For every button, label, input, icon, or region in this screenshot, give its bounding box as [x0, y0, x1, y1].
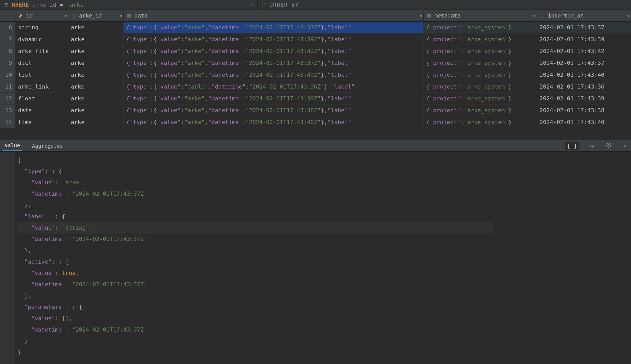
detail-tabs: Value Aggregates { } ✕: [0, 140, 631, 152]
row-number: 8: [0, 45, 15, 57]
table-row[interactable]: 12floatarke{"type": {"value": "arke", "d…: [0, 93, 631, 105]
cell-data[interactable]: {"type": {"value": "arke", "datetime": "…: [124, 22, 424, 33]
cell-inserted-at[interactable]: 2024-02-01 17:43:36: [537, 81, 631, 92]
json-viewer[interactable]: { "type": : { "value": "arke", "datetime…: [15, 152, 497, 364]
cell-data[interactable]: {"type": {"value": "table", "datetime": …: [124, 81, 424, 92]
cell-arke-id[interactable]: arke: [68, 33, 124, 45]
column-icon: [71, 13, 76, 19]
cell-id[interactable]: float: [15, 93, 68, 104]
cell-id[interactable]: arke_link: [15, 81, 68, 92]
cell-data[interactable]: {"type": {"value": "arke", "datetime": "…: [124, 93, 424, 104]
cell-metadata[interactable]: {"project": "arke_system"}: [424, 116, 537, 128]
cell-metadata[interactable]: {"project": "arke_system"}: [424, 45, 537, 57]
row-number: 7: [0, 33, 15, 45]
cell-inserted-at[interactable]: 2024-02-01 17:43:37: [537, 22, 631, 33]
cell-arke-id[interactable]: arke: [68, 57, 124, 69]
sort-indicator-icon: ◆: [627, 13, 629, 18]
column-header-data[interactable]: data ◆: [124, 10, 424, 21]
svg-rect-5: [430, 14, 431, 17]
json-line: "label": : {: [18, 211, 493, 222]
cell-metadata[interactable]: {"project": "arke_system"}: [424, 22, 537, 33]
cell-inserted-at[interactable]: 2024-02-01 17:43:40: [537, 116, 631, 128]
cell-id[interactable]: dynamic: [15, 33, 68, 45]
table-row[interactable]: 14timearke{"type": {"value": "arke", "da…: [0, 116, 631, 128]
table-row[interactable]: 11arke_linkarke{"type": {"value": "table…: [0, 81, 631, 93]
json-line: "datetime": "2024-02-01T17:43:37Z": [18, 233, 493, 245]
order-by-filter[interactable]: ORDER BY: [258, 0, 631, 10]
json-line: "value": true,: [18, 267, 493, 279]
cell-id[interactable]: dict: [15, 57, 68, 69]
column-icon: [426, 13, 432, 19]
cell-data[interactable]: {"type": {"value": "arke", "datetime": "…: [124, 116, 424, 128]
gear-icon[interactable]: [604, 142, 613, 150]
svg-rect-6: [541, 14, 542, 17]
svg-rect-3: [130, 14, 131, 17]
cell-arke-id[interactable]: arke: [68, 116, 124, 128]
json-line: "parameters": : {: [18, 301, 493, 313]
cell-inserted-at[interactable]: 2024-02-01 17:43:40: [537, 69, 631, 81]
json-line: "datetime": "2024-02-01T17:43:37Z": [18, 188, 493, 200]
cell-arke-id[interactable]: arke: [68, 105, 124, 116]
cell-inserted-at[interactable]: 2024-02-01 17:43:39: [537, 33, 631, 45]
cell-arke-id[interactable]: arke: [68, 81, 124, 92]
sort-indicator-icon: ◆: [64, 13, 66, 18]
column-header-inserted-at[interactable]: inserted_at ◆: [537, 10, 631, 21]
cell-inserted-at[interactable]: 2024-02-01 17:43:42: [537, 45, 631, 57]
column-label: inserted_at: [548, 13, 584, 19]
cell-data[interactable]: {"type": {"value": "arke", "datetime": "…: [124, 45, 424, 57]
cell-arke-id[interactable]: arke: [68, 45, 124, 57]
cell-inserted-at[interactable]: 2024-02-01 17:43:38: [537, 105, 631, 116]
row-number: 12: [0, 93, 15, 104]
table-row[interactable]: 9dictarke{"type": {"value": "arke", "dat…: [0, 57, 631, 69]
cell-metadata[interactable]: {"project": "arke_system"}: [424, 33, 537, 45]
cell-metadata[interactable]: {"project": "arke_system"}: [424, 69, 537, 81]
primary-key-icon: [18, 13, 24, 19]
svg-rect-2: [127, 14, 129, 17]
cell-inserted-at[interactable]: 2024-02-01 17:43:39: [537, 93, 631, 104]
wrap-lines-icon[interactable]: [587, 142, 596, 150]
cell-inserted-at[interactable]: 2024-02-01 17:43:37: [537, 57, 631, 69]
close-icon[interactable]: ✕: [621, 142, 628, 150]
column-header-metadata[interactable]: metadata ◆: [424, 10, 537, 21]
column-header-id[interactable]: id ◆: [15, 10, 68, 21]
column-icon: [126, 13, 132, 19]
tab-value[interactable]: Value: [3, 141, 22, 151]
cell-data[interactable]: {"type": {"value": "arke", "datetime": "…: [124, 69, 424, 81]
json-line: },: [18, 290, 493, 301]
tab-aggregates[interactable]: Aggregates: [30, 141, 65, 151]
clear-filter-icon[interactable]: ×: [251, 2, 254, 8]
results-table: id ◆ arke_id ◆ data ◆ metadata ◆: [0, 10, 631, 128]
cell-id[interactable]: date: [15, 105, 68, 116]
cell-id[interactable]: time: [15, 116, 68, 128]
cell-data[interactable]: {"type": {"value": "arke", "datetime": "…: [124, 33, 424, 45]
json-line: {: [18, 154, 493, 166]
table-row[interactable]: 8arke_filearke{"type": {"value": "arke",…: [0, 45, 631, 57]
where-filter[interactable]: WHERE arke_id = 'arke' ×: [0, 0, 258, 10]
cell-metadata[interactable]: {"project": "arke_system"}: [424, 93, 537, 104]
cell-id[interactable]: arke_file: [15, 45, 68, 57]
row-number: 14: [0, 116, 15, 128]
cell-metadata[interactable]: {"project": "arke_system"}: [424, 105, 537, 116]
cell-arke-id[interactable]: arke: [68, 69, 124, 81]
column-header-arke-id[interactable]: arke_id ◆: [68, 10, 124, 21]
row-number-header[interactable]: [0, 10, 15, 21]
table-row[interactable]: 10listarke{"type": {"value": "arke", "da…: [0, 69, 631, 81]
json-line: },: [18, 200, 493, 211]
column-label: arke_id: [79, 13, 102, 19]
cell-id[interactable]: string: [15, 22, 68, 33]
cell-id[interactable]: list: [15, 69, 68, 81]
table-row[interactable]: 7dynamicarke{"type": {"value": "arke", "…: [0, 33, 631, 45]
cell-arke-id[interactable]: arke: [68, 93, 124, 104]
table-row[interactable]: 6stringarke{"type": {"value": "arke", "d…: [0, 22, 631, 33]
cell-data[interactable]: {"type": {"value": "arke", "datetime": "…: [124, 105, 424, 116]
svg-rect-4: [428, 14, 429, 17]
filter-bar: WHERE arke_id = 'arke' × ORDER BY: [0, 0, 631, 10]
cell-metadata[interactable]: {"project": "arke_system"}: [424, 81, 537, 92]
cell-arke-id[interactable]: arke: [68, 22, 124, 33]
cell-metadata[interactable]: {"project": "arke_system"}: [424, 57, 537, 69]
where-operator: =: [59, 2, 63, 8]
table-row[interactable]: 13datearke{"type": {"value": "arke", "da…: [0, 105, 631, 116]
cell-data[interactable]: {"type": {"value": "arke", "datetime": "…: [124, 57, 424, 69]
detail-right-pane: [497, 152, 631, 364]
format-json-icon[interactable]: { }: [565, 142, 579, 150]
